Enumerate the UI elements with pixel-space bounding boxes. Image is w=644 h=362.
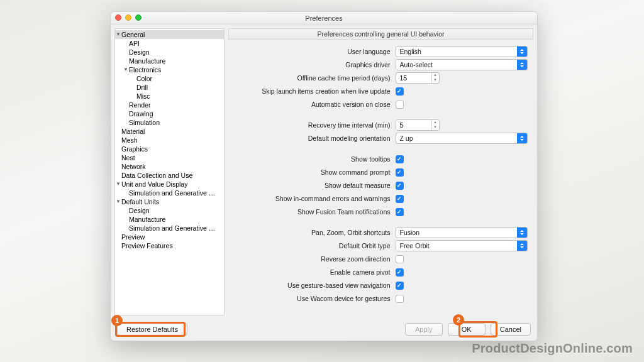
tree-item-label: Drawing [129,109,153,118]
tree-item[interactable]: Simulation and Generative Desi… [115,189,224,197]
window-titlebar: Preferences [111,12,537,25]
tree-item[interactable]: Preview [115,233,224,241]
tree-item[interactable]: Simulation [115,118,224,127]
tree-item[interactable]: Design [115,206,224,215]
tree-item[interactable]: Unit and Value Display [115,180,224,189]
tree-item[interactable]: General [115,30,224,39]
tree-item[interactable]: Electronics [115,65,224,74]
select-graphics-driver[interactable]: Auto-select [396,59,528,70]
tree-item-label: Manufacture [129,57,165,65]
checkbox-show-tooltips[interactable] [396,155,404,163]
row-camera-pivot: Enable camera pivot [231,266,525,278]
tree-item-label: Nest [121,153,135,162]
chevron-updown-icon[interactable] [517,60,527,70]
disclosure-triangle-icon[interactable] [115,180,121,189]
disclosure-triangle-icon[interactable] [123,65,129,74]
disclosure-triangle-icon[interactable] [115,30,121,39]
settings-form: User language English Graphics driver Au… [228,40,533,315]
tree-item-label: Unit and Value Display [121,180,187,189]
cancel-button[interactable]: Cancel [491,323,531,336]
tree-item[interactable]: Material [115,127,224,136]
checkbox-show-in-cmd-errors[interactable] [396,195,404,203]
tree-item[interactable]: Manufacture [115,57,224,65]
tree-item[interactable]: Data Collection and Use [115,171,224,180]
checkbox-reverse-zoom[interactable] [396,255,404,263]
row-default-orientation: Default modeling orientation Z up [231,133,525,144]
tree-item[interactable]: Preview Features [115,241,224,250]
tree-item[interactable]: Nest [115,153,224,162]
row-show-default-measure: Show default measure [231,180,525,191]
row-offline-cache: Offline cache time period (days) 15▲▼ [231,72,525,84]
tree-item-label: Material [121,127,145,136]
chevron-updown-icon[interactable] [517,228,527,238]
checkbox-skip-launch[interactable] [396,87,404,96]
tree-item[interactable]: Graphics [115,145,224,153]
input-offline-cache[interactable]: 15▲▼ [396,72,440,84]
category-sidebar[interactable]: GeneralAPIDesignManufactureElectronicsCo… [114,28,225,315]
tree-item[interactable]: Design [115,48,224,57]
label-recovery-interval: Recovery time interval (min) [231,121,396,129]
tree-item-label: Drill [136,83,148,92]
tree-item-label: Default Units [121,197,159,206]
select-user-language[interactable]: English [396,46,528,57]
window-footer: Restore Defaults Apply OK Cancel [111,319,537,341]
restore-defaults-button[interactable]: Restore Defaults [117,323,187,336]
minimize-icon[interactable] [125,14,131,21]
tree-item[interactable]: Network [115,162,224,171]
tree-item-label: Electronics [129,65,161,74]
row-orbit-type: Default Orbit type Free Orbit [231,240,525,251]
window-traffic-lights[interactable] [115,14,142,21]
checkbox-show-fusion-team[interactable] [396,208,404,216]
checkbox-auto-version[interactable] [396,101,404,109]
checkbox-camera-pivot[interactable] [396,268,404,277]
tree-item-label: Data Collection and Use [121,171,192,180]
tree-item[interactable]: Simulation and Generative Desi… [115,224,224,233]
chevron-updown-icon[interactable] [517,241,527,251]
tree-item[interactable]: Mesh [115,136,224,145]
tree-item[interactable]: Drawing [115,109,224,118]
tree-item-label: Preview Features [121,241,173,250]
label-offline-cache: Offline cache time period (days) [231,74,396,82]
row-graphics-driver: Graphics driver Auto-select [231,59,525,70]
apply-button[interactable]: Apply [405,323,443,336]
label-user-language: User language [231,48,396,55]
row-show-in-cmd-errors: Show in-command errors and warnings [231,193,525,204]
tree-item-label: Color [136,74,152,83]
tree-item[interactable]: Manufacture [115,215,224,224]
row-show-fusion-team: Show Fusion Team notifications [231,206,525,217]
row-shortcuts: Pan, Zoom, Orbit shortcuts Fusion [231,227,525,238]
select-shortcuts[interactable]: Fusion [396,227,528,238]
tree-item[interactable]: API [115,39,224,48]
tree-item[interactable]: Default Units [115,197,224,206]
tree-item-label: Misc [136,92,150,101]
chevron-updown-icon[interactable] [517,47,527,57]
close-icon[interactable] [115,14,121,21]
row-show-tooltips: Show tooltips [231,153,525,165]
category-tree[interactable]: GeneralAPIDesignManufactureElectronicsCo… [115,30,224,250]
input-recovery-interval[interactable]: 5▲▼ [396,119,440,131]
checkbox-gesture-nav[interactable] [396,282,404,290]
tree-item[interactable]: Misc [115,92,224,101]
main-panel: Preferences controlling general UI behav… [228,28,533,315]
tree-item[interactable]: Drill [115,83,224,92]
tree-item-label: Render [129,101,150,109]
select-default-orientation[interactable]: Z up [396,133,528,144]
zoom-icon[interactable] [135,14,142,21]
tree-item[interactable]: Render [115,101,224,109]
row-recovery-interval: Recovery time interval (min) 5▲▼ [231,119,525,131]
select-orbit-type[interactable]: Free Orbit [396,240,528,251]
label-skip-launch: Skip launch items creation when live upd… [231,87,396,95]
row-user-language: User language English [231,46,525,57]
label-auto-version: Automatic version on close [231,101,396,108]
label-graphics-driver: Graphics driver [231,61,396,69]
ok-button[interactable]: OK [448,323,486,336]
preferences-window: Preferences GeneralAPIDesignManufactureE… [110,11,538,341]
checkbox-show-cmd-prompt[interactable] [396,168,404,177]
tree-item-label: Simulation and Generative Desi… [129,189,217,197]
checkbox-show-default-measure[interactable] [396,182,404,190]
chevron-updown-icon[interactable] [517,133,527,143]
checkbox-wacom[interactable] [396,295,404,303]
tree-item[interactable]: Color [115,74,224,83]
row-gesture-nav: Use gesture-based view navigation [231,280,525,291]
disclosure-triangle-icon[interactable] [115,197,121,206]
